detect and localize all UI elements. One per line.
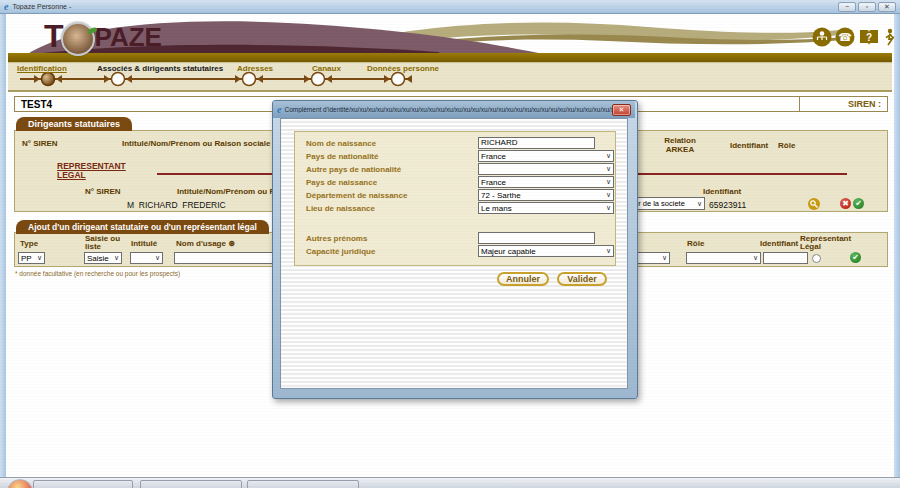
dropdown-arrow-icon: ∨ <box>606 178 611 186</box>
dropdown-arrow-icon: ∨ <box>606 247 611 255</box>
relation-arkea-select[interactable]: ur de la societe ∨ <box>631 197 705 210</box>
dropdown-arrow-icon: ∨ <box>662 254 667 262</box>
siren-label: SIREN : <box>848 99 881 109</box>
delete-icon[interactable]: ✖ <box>840 198 851 209</box>
directory-icon[interactable] <box>812 27 832 47</box>
pays-nationalite-select[interactable]: France ∨ <box>478 150 614 162</box>
step-circle-identification[interactable] <box>42 73 55 86</box>
col-header-relation-arkea: Relation ARKEA <box>655 136 705 154</box>
col-header-identifiant: Identifiant <box>730 141 768 150</box>
ajout-col-identifiant: Identifiant <box>760 239 798 248</box>
add-validate-icon[interactable]: ✔ <box>850 252 861 263</box>
dirigeant-name: M RICHARD FREDERIC <box>127 200 226 210</box>
nom-de-naissance-input[interactable]: RICHARD <box>478 137 595 149</box>
dropdown-arrow-icon: ∨ <box>37 254 42 262</box>
sub-header-identifiant: Identifiant <box>703 187 741 196</box>
step-circle-associes[interactable] <box>112 73 125 86</box>
col-header-intitule: Intitulé/Nom/Prénom ou Raison sociale <box>122 139 270 148</box>
validate-icon[interactable]: ✔ <box>853 198 864 209</box>
tab-canaux[interactable]: Canaux <box>312 64 341 73</box>
modify-icon[interactable] <box>808 198 820 210</box>
field-label: Autres prénoms <box>306 234 367 243</box>
field-label: Pays de nationalité <box>306 152 378 161</box>
step-circle-canaux[interactable] <box>312 73 325 86</box>
dropdown-arrow-icon: ∨ <box>155 254 160 262</box>
window-border-right <box>894 14 900 478</box>
ok-button[interactable]: Valider <box>557 272 607 286</box>
pays-naissance-select[interactable]: France ∨ <box>478 176 614 188</box>
application-window: e Topaze Personne - − ▫ ✕ T PAZE ☎ <box>0 0 900 488</box>
type-select[interactable]: PP ∨ <box>18 252 45 264</box>
help-icon[interactable]: ? <box>858 27 880 47</box>
identifiant-input[interactable] <box>763 252 808 264</box>
dropdown-arrow-icon: ∨ <box>606 191 611 199</box>
section-title-ajout: Ajout d'un dirigeant statutaire ou d'un … <box>16 220 269 234</box>
representant-legal-link[interactable]: REPRESENTANT LEGAL <box>57 162 126 180</box>
col-header-role: Rôle <box>778 141 795 150</box>
field-label: Département de naissance <box>306 191 407 200</box>
ajout-col-role: Rôle <box>687 239 704 248</box>
lieu-naissance-select[interactable]: Le mans ∨ <box>478 202 614 214</box>
logo-photo-circle <box>61 22 95 56</box>
field-label: Autre pays de nationalité <box>306 165 401 174</box>
representant-legal-radio[interactable] <box>812 254 821 263</box>
maximize-button[interactable]: ▫ <box>858 2 876 12</box>
autres-prenoms-input[interactable] <box>478 232 595 244</box>
role-select[interactable]: ∨ <box>686 252 761 264</box>
tab-donnees-personne[interactable]: Données personne <box>367 64 439 73</box>
tab-associes-dirigeants[interactable]: Associés & dirigeants statutaires <box>97 64 223 73</box>
required-icon: ⊛ <box>228 239 235 248</box>
svg-text:?: ? <box>866 32 872 43</box>
modal-close-button[interactable]: ✕ <box>612 104 631 116</box>
tab-adresses[interactable]: Adresses <box>237 64 273 73</box>
dirigeant-identifiant: 65923911 <box>709 200 746 210</box>
step-circle-adresses[interactable] <box>243 73 256 86</box>
ajout-col-intitule: Intitulé <box>131 239 157 248</box>
dropdown-arrow-icon: ∨ <box>697 200 702 208</box>
cancel-button[interactable]: Annuler <box>497 272 549 286</box>
browser-icon: e <box>277 105 281 115</box>
taskbar-item[interactable] <box>247 480 359 488</box>
field-label: Lieu de naissance <box>306 204 375 213</box>
capacite-juridique-select[interactable]: Majeur capable ∨ <box>478 245 614 257</box>
taskbar-item[interactable] <box>140 480 242 488</box>
dropdown-arrow-icon: ∨ <box>606 152 611 160</box>
intitule-select[interactable]: ∨ <box>130 252 163 264</box>
entity-name: TEST4 <box>21 99 52 110</box>
phone-icon[interactable]: ☎ <box>835 27 855 47</box>
taskbar-item[interactable] <box>33 480 133 488</box>
dropdown-arrow-icon: ∨ <box>606 165 611 173</box>
siren-box: SIREN : <box>799 96 888 112</box>
window-border-left <box>0 14 6 478</box>
topaze-logo: T PAZE <box>44 20 162 56</box>
field-label: Pays de naissance <box>306 178 377 187</box>
svg-text:☎: ☎ <box>838 31 852 43</box>
ajout-col-saisie: Saisie ou liste <box>85 235 120 251</box>
logo-letters-paze: PAZE <box>95 20 162 54</box>
section-title-dirigeants: Dirigeants statutaires <box>16 117 132 131</box>
taskbar[interactable] <box>0 477 900 488</box>
sub-header-siren: N° SIREN <box>85 187 121 196</box>
dropdown-arrow-icon: ∨ <box>114 254 119 262</box>
step-circle-donnees[interactable] <box>392 73 405 86</box>
dropdown-arrow-icon: ∨ <box>606 204 611 212</box>
modal-title: Complément d'identité/xu/xu/xu/xu/xu/xu/… <box>284 106 612 113</box>
departement-naissance-select[interactable]: 72 - Sarthe ∨ <box>478 189 614 201</box>
field-label: Capacité juridique <box>306 247 375 256</box>
dropdown-arrow-icon: ∨ <box>753 254 758 262</box>
ajout-col-rep-legal: Représentant Légal <box>800 235 851 251</box>
saisie-select[interactable]: Saisie ∨ <box>84 252 122 264</box>
modal-titlebar[interactable]: e Complément d'identité/xu/xu/xu/xu/xu/x… <box>273 101 635 118</box>
tab-identification[interactable]: Identification <box>17 64 67 73</box>
window-title: Topaze Personne - <box>12 3 836 10</box>
footnote: * donnée facultative (en recherche ou po… <box>15 270 180 277</box>
window-titlebar[interactable]: e Topaze Personne - − ▫ ✕ <box>0 0 900 14</box>
field-label: Nom de naissance <box>306 139 376 148</box>
close-button[interactable]: ✕ <box>878 2 896 12</box>
browser-icon: e <box>4 2 8 12</box>
autre-pays-nationalite-select[interactable]: ∨ <box>478 163 614 175</box>
col-header-siren: N° SIREN <box>22 139 58 148</box>
ajout-col-nom-usage: Nom d'usage ⊛ <box>176 239 235 248</box>
minimize-button[interactable]: − <box>838 2 856 12</box>
ajout-col-type: Type <box>20 239 38 248</box>
